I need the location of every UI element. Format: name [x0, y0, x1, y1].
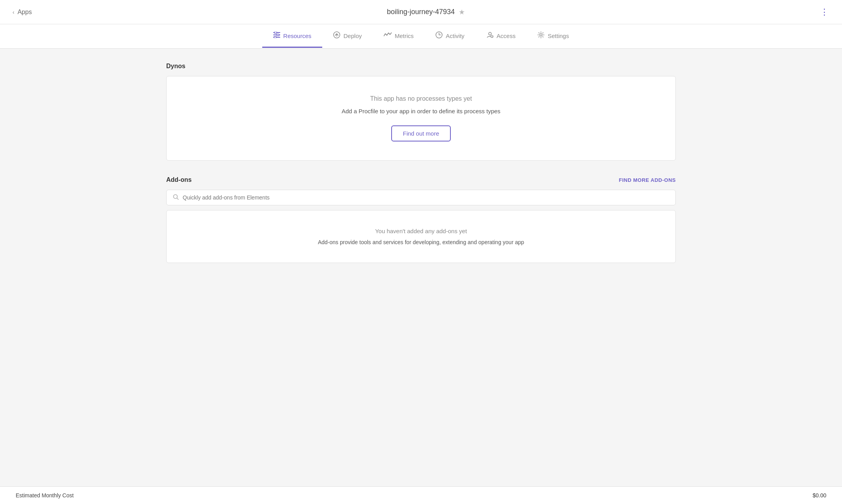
find-out-more-button[interactable]: Find out more — [391, 125, 451, 141]
app-name: boiling-journey-47934 — [387, 8, 455, 16]
estimated-cost-value: $0.00 — [813, 492, 826, 499]
activity-icon — [436, 31, 443, 40]
svg-line-13 — [177, 198, 179, 200]
resources-icon — [273, 32, 280, 40]
svg-point-8 — [488, 33, 491, 35]
nav-tabs: Resources Deploy Metrics Activity — [0, 24, 842, 49]
tab-access[interactable]: ⚙ Access — [475, 24, 526, 48]
svg-rect-5 — [274, 36, 276, 38]
addon-search-input[interactable] — [183, 194, 669, 201]
settings-icon — [537, 31, 544, 40]
svg-rect-4 — [277, 34, 279, 36]
back-nav[interactable]: ‹ Apps — [13, 9, 32, 16]
access-icon: ⚙ — [486, 31, 494, 40]
dynos-title: Dynos — [166, 63, 185, 70]
tab-activity-label: Activity — [446, 33, 465, 39]
svg-rect-3 — [274, 32, 277, 33]
main-content: Dynos This app has no processes types ye… — [151, 49, 691, 310]
addons-title: Add-ons — [166, 176, 192, 183]
tab-resources-label: Resources — [283, 33, 312, 39]
addons-empty-desc: Add-ons provide tools and services for d… — [176, 239, 666, 245]
footer-bar: Estimated Monthly Cost $0.00 — [0, 486, 842, 504]
tab-settings[interactable]: Settings — [526, 24, 580, 48]
search-icon — [173, 194, 179, 201]
tab-deploy-label: Deploy — [343, 33, 362, 39]
tab-settings-label: Settings — [548, 33, 569, 39]
dynos-empty-card: This app has no processes types yet Add … — [166, 76, 676, 161]
tab-resources[interactable]: Resources — [262, 25, 323, 48]
dynos-empty-title: This app has no processes types yet — [176, 95, 666, 102]
tab-metrics[interactable]: Metrics — [373, 25, 425, 47]
tab-activity[interactable]: Activity — [425, 24, 475, 48]
more-menu-button[interactable]: ⋮ — [820, 7, 829, 17]
addons-empty-title: You haven't added any add-ons yet — [176, 228, 666, 234]
tab-deploy[interactable]: Deploy — [322, 24, 373, 48]
star-icon[interactable]: ★ — [459, 8, 465, 16]
apps-label: Apps — [18, 9, 32, 16]
metrics-icon — [384, 32, 392, 39]
svg-point-11 — [540, 34, 542, 36]
addons-section: Add-ons FIND MORE ADD-ONS You haven't ad… — [166, 176, 676, 263]
tab-metrics-label: Metrics — [395, 33, 414, 39]
deploy-icon — [333, 31, 340, 40]
top-bar: ‹ Apps boiling-journey-47934 ★ ⋮ — [0, 0, 842, 24]
dynos-empty-desc: Add a Procfile to your app in order to d… — [176, 108, 666, 114]
app-title-area: boiling-journey-47934 ★ — [387, 8, 465, 16]
tab-access-label: Access — [497, 33, 515, 39]
estimated-cost-label: Estimated Monthly Cost — [16, 492, 74, 499]
addon-search-box — [166, 190, 676, 205]
addons-header: Add-ons FIND MORE ADD-ONS — [166, 176, 676, 183]
find-more-addons-link[interactable]: FIND MORE ADD-ONS — [619, 177, 676, 183]
dynos-section: Dynos This app has no processes types ye… — [166, 63, 676, 161]
addons-empty-card: You haven't added any add-ons yet Add-on… — [166, 210, 676, 263]
dynos-header: Dynos — [166, 63, 676, 70]
back-chevron-icon: ‹ — [13, 9, 15, 15]
